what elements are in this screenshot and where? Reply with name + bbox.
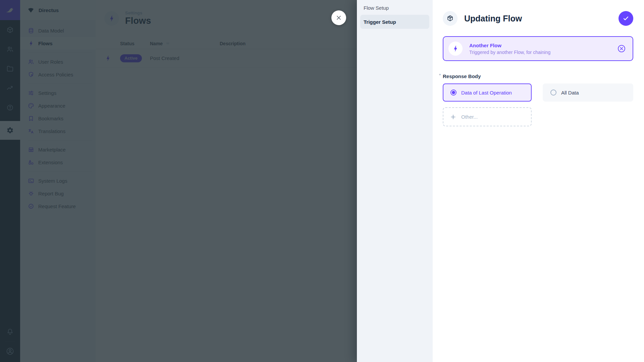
drawer-close-button[interactable] [331,10,346,25]
close-icon [335,14,342,21]
drawer-nav-flow-setup[interactable]: Flow Setup [357,2,433,14]
plus-icon [450,114,457,120]
other-option-button[interactable]: Other... [443,107,532,126]
option-label: Data of Last Operation [461,90,512,96]
radio-selected-icon [450,89,457,96]
option-data-of-last-operation[interactable]: Data of Last Operation [443,83,532,102]
bolt-icon [452,45,459,52]
trigger-texts: Another Flow Triggered by another Flow, … [469,43,550,55]
modal-overlay[interactable] [0,0,357,362]
selected-trigger-card[interactable]: Another Flow Triggered by another Flow, … [443,36,633,61]
trigger-subtitle: Triggered by another Flow, for chaining [469,50,550,55]
trigger-icon-circle [448,42,463,56]
drawer-content: Updating Flow Another Flow Triggered by … [433,0,644,362]
cancel-circle-icon [617,44,626,53]
trigger-title: Another Flow [469,43,550,48]
drawer-title: Updating Flow [464,14,522,23]
option-all-data[interactable]: All Data [543,83,633,102]
check-icon [622,15,630,22]
field-label: * Response Body [443,73,481,79]
response-body-options: Data of Last Operation All Data [443,83,633,102]
required-indicator: * [439,73,441,78]
trigger-deselect-button[interactable] [617,44,626,53]
field-label-text: Response Body [443,73,481,79]
screen: Directus Data Model Flows User Roles Acc… [0,0,644,362]
drawer-nav: Flow Setup Trigger Setup [357,0,433,362]
box-icon [446,15,454,22]
drawer-nav-trigger-setup[interactable]: Trigger Setup [360,15,429,29]
save-button[interactable] [619,11,633,26]
response-body-field: * Response Body Data of Last Operation A… [443,73,633,126]
drawer-icon-circle [443,11,458,26]
option-label: All Data [561,90,579,96]
drawer-header: Updating Flow [443,11,633,26]
other-option-label: Other... [461,114,478,120]
trigger-setup-drawer: Flow Setup Trigger Setup Updating Flow A… [357,0,644,362]
radio-unselected-icon [550,89,556,96]
